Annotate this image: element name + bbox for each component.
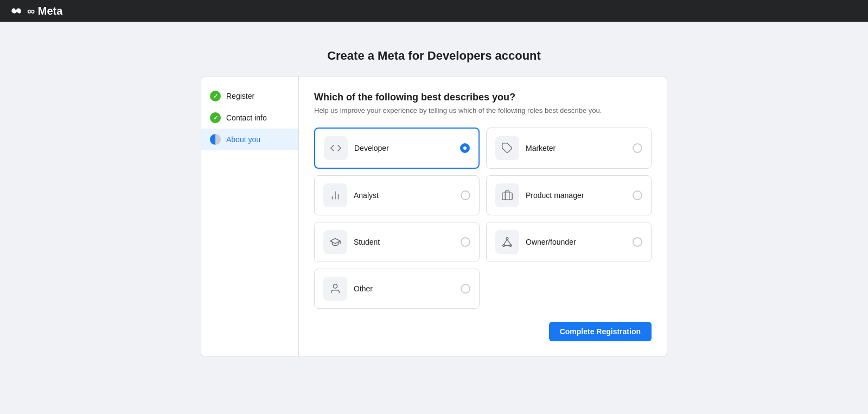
product-manager-radio <box>633 190 642 200</box>
sidebar-item-register[interactable]: Register <box>201 85 298 107</box>
student-label: Student <box>354 238 454 246</box>
role-card-product-manager[interactable]: Product manager <box>486 175 652 215</box>
product-manager-label: Product manager <box>526 191 626 200</box>
role-card-other[interactable]: Other <box>314 269 480 309</box>
content-panel: Which of the following best describes yo… <box>298 76 667 357</box>
role-card-developer[interactable]: Developer <box>314 128 480 169</box>
owner-founder-radio <box>633 237 642 247</box>
sidebar-item-about-you[interactable]: About you <box>201 129 298 150</box>
main-layout: Register Contact info About you Which of… <box>201 76 667 357</box>
content-title: Which of the following best describes yo… <box>314 92 652 103</box>
other-radio <box>461 284 470 294</box>
svg-point-5 <box>506 238 508 240</box>
svg-point-11 <box>333 284 337 288</box>
meta-wordmark: ∞ Meta <box>27 5 62 17</box>
svg-line-8 <box>504 239 507 244</box>
complete-registration-button[interactable]: Complete Registration <box>549 322 652 341</box>
student-radio <box>461 237 470 247</box>
role-card-marketer[interactable]: Marketer <box>486 128 652 169</box>
page-container: Create a Meta for Developers account Reg… <box>0 22 868 384</box>
content-footer: Complete Registration <box>314 322 652 341</box>
role-card-analyst[interactable]: Analyst <box>314 175 480 215</box>
register-check-icon <box>210 91 221 101</box>
analyst-icon <box>323 183 347 207</box>
marketer-radio <box>633 143 642 153</box>
marketer-label: Marketer <box>526 144 626 152</box>
sidebar-register-label: Register <box>226 92 254 100</box>
marketer-icon <box>495 136 519 160</box>
role-card-owner-founder[interactable]: Owner/founder <box>486 222 652 262</box>
svg-line-9 <box>507 239 510 244</box>
content-subtitle: Help us improve your experience by telli… <box>314 106 652 114</box>
developer-icon <box>324 136 348 160</box>
svg-rect-4 <box>502 193 512 200</box>
other-label: Other <box>354 284 454 293</box>
owner-founder-icon <box>495 230 519 254</box>
other-icon <box>323 277 347 301</box>
analyst-label: Analyst <box>354 191 454 200</box>
student-icon <box>323 230 347 254</box>
developer-radio <box>460 143 470 153</box>
owner-founder-label: Owner/founder <box>526 238 626 246</box>
meta-logo: ∞ Meta <box>11 5 62 17</box>
contact-check-icon <box>210 112 221 123</box>
about-half-icon <box>210 134 221 145</box>
analyst-radio <box>461 190 470 200</box>
sidebar-about-label: About you <box>226 135 260 144</box>
page-title: Create a Meta for Developers account <box>327 49 541 63</box>
product-manager-icon <box>495 183 519 207</box>
sidebar-contact-label: Contact info <box>226 113 267 122</box>
developer-label: Developer <box>354 144 454 152</box>
sidebar-item-contact-info[interactable]: Contact info <box>201 107 298 129</box>
role-grid: Developer Marketer <box>314 128 652 309</box>
top-navigation: ∞ Meta <box>0 0 868 22</box>
sidebar: Register Contact info About you <box>201 76 298 357</box>
role-card-student[interactable]: Student <box>314 222 480 262</box>
